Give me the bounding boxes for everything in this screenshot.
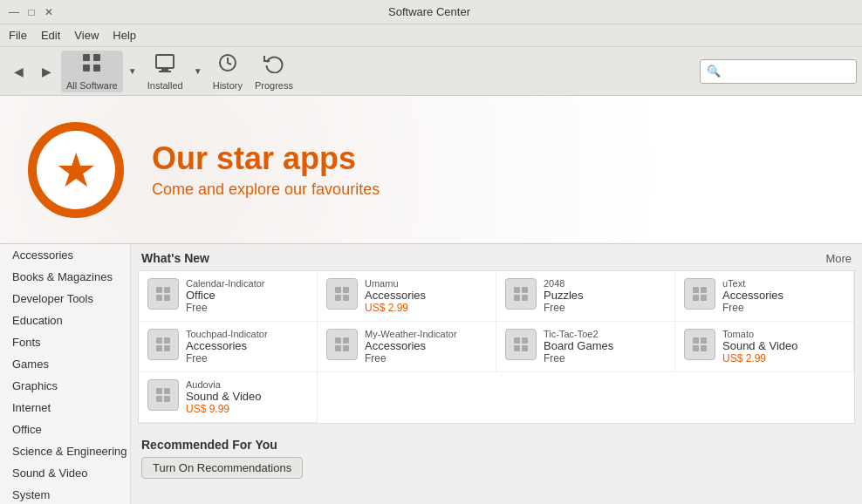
maximize-button[interactable]: □ [24, 5, 38, 19]
progress-button[interactable]: Progress [250, 51, 298, 92]
svg-rect-36 [693, 337, 699, 344]
app-card[interactable]: UmamuAccessoriesUS$ 2.99 [318, 271, 496, 322]
sidebar-item[interactable]: System [0, 484, 130, 504]
app-category: Accessories [365, 339, 487, 352]
svg-rect-20 [693, 287, 699, 293]
sidebar-item[interactable]: Developer Tools [0, 288, 130, 310]
svg-rect-5 [161, 69, 168, 71]
svg-rect-28 [335, 337, 341, 344]
minimize-button[interactable]: — [7, 5, 21, 19]
svg-rect-38 [693, 345, 699, 351]
svg-rect-8 [156, 287, 162, 293]
sidebar-item[interactable]: Fonts [0, 331, 130, 353]
sidebar-item[interactable]: Science & Engineering [0, 440, 130, 462]
svg-rect-30 [335, 345, 341, 351]
svg-rect-40 [156, 388, 162, 394]
app-card[interactable]: Touchpad-IndicatorAccessoriesFree [139, 322, 318, 372]
app-category: Board Games [544, 339, 666, 352]
progress-icon [263, 52, 284, 78]
svg-rect-13 [343, 287, 349, 293]
svg-rect-22 [693, 295, 699, 301]
svg-rect-42 [156, 396, 162, 402]
app-card[interactable]: My-Weather-IndicatorAccessoriesFree [318, 322, 496, 372]
svg-rect-14 [335, 295, 341, 301]
back-button[interactable]: ◀ [5, 58, 31, 85]
app-name: Umamu [365, 278, 487, 289]
sidebar-item[interactable]: Sound & Video [0, 462, 130, 484]
svg-rect-32 [514, 337, 520, 344]
installed-dropdown[interactable]: ▼ [190, 51, 206, 92]
whats-new-title: What's New [141, 251, 209, 265]
hero-text: Our star apps Come and explore our favou… [152, 140, 380, 199]
svg-rect-26 [156, 345, 162, 351]
search-input[interactable] [700, 59, 857, 84]
app-card[interactable]: TomatoSound & VideoUS$ 2.99 [675, 322, 854, 372]
svg-rect-39 [701, 345, 707, 351]
app-price: US$ 2.99 [722, 352, 845, 364]
app-price: US$ 9.99 [186, 403, 308, 415]
app-card[interactable]: uTextAccessoriesFree [675, 271, 854, 322]
app-card[interactable]: AudoviaSound & VideoUS$ 9.99 [139, 372, 318, 423]
app-icon [147, 379, 179, 411]
app-card[interactable]: Calendar-IndicatorOfficeFree [139, 271, 318, 322]
more-link[interactable]: More [825, 252, 852, 265]
sidebar-item[interactable]: Education [0, 310, 130, 331]
svg-rect-31 [343, 345, 349, 351]
app-icon [684, 278, 715, 310]
menu-help[interactable]: Help [109, 27, 140, 44]
app-price: Free [186, 352, 308, 364]
app-name: 2048 [544, 278, 666, 289]
app-name: uText [722, 278, 845, 289]
sidebar-item[interactable]: Office [0, 419, 130, 440]
sidebar-item[interactable]: Books & Magazines [0, 266, 130, 288]
app-name: Tic-Tac-Toe2 [544, 329, 666, 339]
svg-rect-43 [164, 396, 170, 402]
installed-button[interactable]: Installed [142, 51, 188, 92]
app-icon [147, 329, 179, 360]
sidebar-item[interactable]: Accessories [0, 244, 130, 266]
svg-rect-19 [522, 295, 528, 301]
forward-button[interactable]: ▶ [33, 58, 59, 85]
hero-subheadline: Come and explore our favourites [152, 180, 380, 199]
menubar: File Edit View Help [0, 24, 862, 47]
turn-on-recommendations-button[interactable]: Turn On Recommendations [141, 457, 303, 479]
close-button[interactable]: ✕ [42, 5, 56, 19]
app-category: Puzzles [544, 289, 666, 302]
svg-rect-12 [335, 287, 341, 293]
star-icon: ★ [55, 146, 97, 194]
hero-headline: Our star apps [152, 140, 380, 177]
menu-view[interactable]: View [71, 27, 102, 44]
app-icon [326, 278, 358, 310]
svg-rect-16 [514, 287, 520, 293]
menu-file[interactable]: File [5, 27, 31, 44]
app-card[interactable]: 2048PuzzlesFree [496, 271, 675, 322]
sidebar: AccessoriesBooks & MagazinesDeveloper To… [0, 244, 131, 504]
hero-banner: ★ Our star apps Come and explore our fav… [0, 96, 862, 244]
app-name: Calendar-Indicator [186, 278, 308, 289]
svg-rect-24 [156, 337, 162, 344]
svg-rect-41 [164, 388, 170, 394]
toolbar: ◀ ▶ All Software ▼ Installed ▼ [0, 47, 862, 96]
app-category: Accessories [186, 339, 308, 352]
all-software-button[interactable]: All Software [61, 51, 123, 92]
svg-rect-23 [701, 295, 707, 301]
history-button[interactable]: History [208, 51, 248, 92]
app-icon [684, 329, 715, 360]
sidebar-item[interactable]: Games [0, 353, 130, 375]
app-price: Free [186, 302, 308, 314]
sidebar-item[interactable]: Graphics [0, 375, 130, 397]
all-software-dropdown[interactable]: ▼ [125, 51, 140, 92]
all-software-icon [81, 52, 102, 78]
main-area: AccessoriesBooks & MagazinesDeveloper To… [0, 244, 862, 504]
app-name: My-Weather-Indicator [365, 329, 487, 339]
app-card[interactable]: Tic-Tac-Toe2Board GamesFree [496, 322, 675, 372]
recommended-title: Recommended For You [141, 438, 852, 452]
svg-rect-2 [83, 65, 90, 72]
app-price: US$ 2.99 [365, 302, 487, 314]
menu-edit[interactable]: Edit [38, 27, 64, 44]
sidebar-item[interactable]: Internet [0, 397, 130, 419]
installed-label: Installed [147, 80, 183, 91]
svg-rect-27 [164, 345, 170, 351]
svg-rect-4 [156, 55, 174, 68]
app-category: Sound & Video [722, 339, 845, 352]
